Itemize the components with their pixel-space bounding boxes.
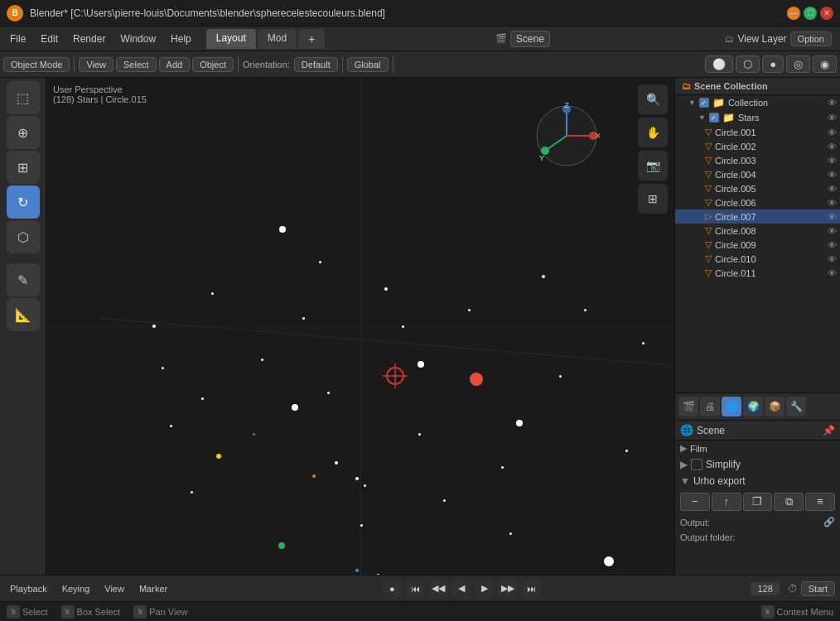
start-button[interactable]: Start [801,581,835,596]
outliner-item-circle010[interactable]: ▽ Circle.010 👁 [675,252,840,266]
prop-tab-render[interactable]: 🎬 [678,397,698,416]
link-icon[interactable]: 🔗 [823,517,835,527]
scale-tool-icon[interactable]: ⬡ [7,220,40,253]
object-menu[interactable]: Object [192,57,234,72]
circle004-eye[interactable]: 👁 [828,170,837,180]
outliner-item-circle011[interactable]: ▽ Circle.011 👁 [675,266,840,280]
simplify-checkbox[interactable] [691,459,702,470]
action-copy-btn[interactable]: ❐ [743,493,773,511]
tab-mod[interactable]: Mod [258,29,297,49]
outliner-item-stars[interactable]: ▼ ✓ 📁 Stars 👁 [675,110,840,125]
circle010-eye[interactable]: 👁 [828,254,837,264]
outliner-item-circle006[interactable]: ▽ Circle.006 👁 [675,195,840,209]
orientation-selector[interactable]: Default [294,57,338,72]
circle009-eye[interactable]: 👁 [828,240,837,250]
view-menu-bottom[interactable]: View [99,582,129,595]
play-back-btn[interactable]: ◀ [451,579,471,599]
menu-window[interactable]: Window [113,31,162,47]
action-link-btn[interactable]: ⧉ [774,493,804,511]
record-btn[interactable]: ● [382,579,402,599]
prop-tab-output[interactable]: 🖨 [700,397,720,416]
circle006-eye[interactable]: 👁 [828,198,837,208]
tab-add[interactable]: + [298,29,325,49]
outliner-item-circle009[interactable]: ▽ Circle.009 👁 [675,238,840,252]
mode-selector[interactable]: Object Mode [3,57,70,72]
circle001-eye[interactable]: 👁 [828,128,837,137]
minimize-button[interactable]: — [787,7,800,20]
circle008-eye[interactable]: 👁 [828,226,837,236]
outliner-item-circle007[interactable]: ▷ Circle.007 👁 [675,209,840,224]
shading-rendered[interactable]: ◉ [813,55,837,73]
stars-checkbox[interactable]: ✓ [709,113,719,123]
star-dot [261,359,263,361]
collection-checkbox[interactable]: ✓ [699,98,709,108]
outliner: 🗂 Scene Collection ▼ ✓ 📁 Collection 👁 ▼ [675,78,840,392]
prop-tab-object[interactable]: 📦 [765,397,784,416]
film-section-header[interactable]: ▶ Film [675,440,840,456]
outliner-item-circle003[interactable]: ▽ Circle.003 👁 [675,153,840,167]
outliner-item-collection[interactable]: ▼ ✓ 📁 Collection 👁 [675,95,840,110]
menu-file[interactable]: File [3,31,32,47]
marker-menu[interactable]: Marker [134,582,172,595]
xray-btn[interactable]: ⬡ [736,55,760,73]
prop-tab-modifier[interactable]: 🔧 [786,397,806,416]
pin-icon[interactable]: 📌 [823,425,835,436]
scene-selector[interactable]: Scene [510,31,550,47]
outliner-item-circle008[interactable]: ▽ Circle.008 👁 [675,224,840,238]
camera-btn[interactable]: 📷 [638,151,668,181]
step-fwd-btn[interactable]: ▶▶ [498,579,518,599]
menu-edit[interactable]: Edit [34,31,65,47]
option-button[interactable]: Option [790,31,832,46]
simplify-section-header[interactable]: ▶ Simplify [675,456,840,473]
outliner-item-circle002[interactable]: ▽ Circle.002 👁 [675,139,840,153]
main-area: ⬚ ⊕ ⊞ ↻ ⬡ ✎ 📐 User Perspective (128) Sta… [0,78,840,575]
star-dot [360,524,363,527]
global-selector[interactable]: Global [347,57,389,72]
circle005-eye[interactable]: 👁 [828,184,837,194]
annotate-tool-icon[interactable]: ✎ [7,263,40,296]
shading-material[interactable]: ◎ [786,55,810,73]
jump-start-btn[interactable]: ⏮ [405,579,425,599]
close-button[interactable]: ✕ [820,7,833,20]
shading-solid[interactable]: ● [762,55,784,73]
stars-eye-icon[interactable]: 👁 [828,113,837,123]
menu-render[interactable]: Render [66,31,112,47]
collection-eye-icon[interactable]: 👁 [828,98,837,108]
cursor-tool-icon[interactable]: ⊕ [7,116,40,149]
prop-tab-world[interactable]: 🌍 [743,397,763,416]
grid-btn[interactable]: ⊞ [638,184,668,214]
circle002-eye[interactable]: 👁 [828,142,837,152]
axis-gizmo: Z X Y [533,103,600,171]
transform-tool-icon[interactable]: ↻ [7,185,40,219]
measure-tool-icon[interactable]: 📐 [7,298,40,331]
circle007-eye[interactable]: 👁 [828,212,837,222]
outliner-item-circle005[interactable]: ▽ Circle.005 👁 [675,181,840,195]
overlay-btn[interactable]: ⚪ [705,55,733,73]
outliner-item-circle004[interactable]: ▽ Circle.004 👁 [675,167,840,181]
circle003-eye[interactable]: 👁 [828,156,837,166]
prop-tab-scene[interactable]: 🌐 [722,397,741,416]
urho-section-header[interactable]: ▼ Urho export [675,473,840,489]
menu-help[interactable]: Help [164,31,198,47]
jump-end-btn[interactable]: ⏭ [521,579,541,599]
view-menu[interactable]: View [79,57,113,72]
maximize-button[interactable]: ☐ [804,7,817,20]
viewport[interactable]: User Perspective (128) Stars | Circle.01… [46,78,674,575]
zoom-btn[interactable]: 🔍 [638,84,668,114]
step-back-btn[interactable]: ◀◀ [428,579,448,599]
outliner-item-circle001[interactable]: ▽ Circle.001 👁 [675,125,840,139]
action-up-btn[interactable]: ↑ [712,493,741,511]
circle011-eye[interactable]: 👁 [828,268,837,278]
select-tool-icon[interactable]: ⬚ [7,81,40,114]
keying-menu[interactable]: Keying [57,582,95,595]
frame-number[interactable]: 128 [751,582,779,595]
tab-layout[interactable]: Layout [206,29,256,49]
action-menu-btn[interactable]: ≡ [805,493,835,511]
select-menu[interactable]: Select [116,57,157,72]
play-btn[interactable]: ▶ [475,579,495,599]
playback-menu[interactable]: Playback [5,582,52,595]
action-minus-btn[interactable]: − [680,493,710,511]
add-menu[interactable]: Add [159,57,191,72]
move-tool-icon[interactable]: ⊞ [7,151,40,184]
pan-btn[interactable]: ✋ [638,118,668,147]
